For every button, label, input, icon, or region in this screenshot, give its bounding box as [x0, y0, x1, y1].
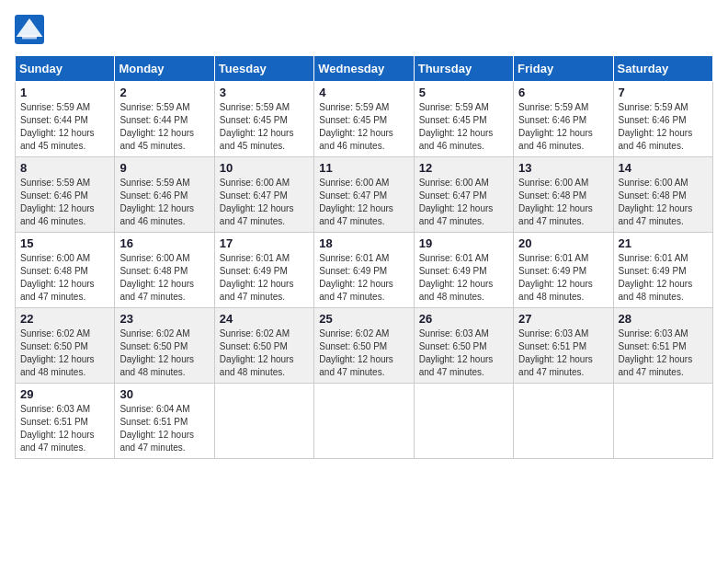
day-cell-18: 18 Sunrise: 6:01 AMSunset: 6:49 PMDaylig…: [314, 233, 414, 308]
day-number: 19: [419, 236, 508, 250]
day-cell-4: 4 Sunrise: 5:59 AMSunset: 6:45 PMDayligh…: [314, 82, 414, 157]
day-number: 4: [319, 86, 408, 99]
day-cell-7: 7 Sunrise: 5:59 AMSunset: 6:46 PMDayligh…: [613, 82, 712, 157]
day-info: Sunrise: 6:02 AMSunset: 6:50 PMDaylight:…: [220, 328, 294, 377]
day-info: Sunrise: 6:01 AMSunset: 6:49 PMDaylight:…: [319, 253, 393, 302]
day-cell-26: 26 Sunrise: 6:03 AMSunset: 6:50 PMDaylig…: [414, 308, 513, 384]
calendar-body: 1 Sunrise: 5:59 AMSunset: 6:44 PMDayligh…: [16, 82, 713, 459]
day-number: 2: [119, 86, 209, 99]
day-cell-1: 1 Sunrise: 5:59 AMSunset: 6:44 PMDayligh…: [16, 82, 115, 157]
day-info: Sunrise: 6:02 AMSunset: 6:50 PMDaylight:…: [319, 328, 393, 377]
col-tuesday: Tuesday: [214, 56, 313, 82]
day-info: Sunrise: 5:59 AMSunset: 6:45 PMDaylight:…: [220, 102, 294, 151]
header-row: Sunday Monday Tuesday Wednesday Thursday…: [16, 56, 713, 82]
day-info: Sunrise: 6:00 AMSunset: 6:47 PMDaylight:…: [220, 178, 294, 226]
day-info: Sunrise: 6:00 AMSunset: 6:48 PMDaylight:…: [119, 253, 194, 302]
day-number: 18: [319, 236, 408, 250]
day-info: Sunrise: 6:01 AMSunset: 6:49 PMDaylight:…: [220, 253, 294, 302]
day-cell-30: 30 Sunrise: 6:04 AMSunset: 6:51 PMDaylig…: [115, 384, 214, 459]
col-thursday: Thursday: [414, 56, 513, 82]
day-number: 1: [20, 86, 109, 99]
day-number: 14: [619, 161, 708, 175]
day-info: Sunrise: 5:59 AMSunset: 6:44 PMDaylight:…: [20, 102, 95, 151]
col-friday: Friday: [514, 56, 613, 82]
day-number: 15: [20, 236, 109, 250]
day-number: 20: [518, 236, 608, 250]
day-cell-19: 19 Sunrise: 6:01 AMSunset: 6:49 PMDaylig…: [414, 233, 513, 308]
day-info: Sunrise: 6:01 AMSunset: 6:49 PMDaylight:…: [619, 253, 693, 302]
day-number: 21: [619, 236, 708, 250]
day-info: Sunrise: 5:59 AMSunset: 6:46 PMDaylight:…: [619, 102, 693, 151]
day-cell-13: 13 Sunrise: 6:00 AMSunset: 6:48 PMDaylig…: [514, 157, 613, 233]
week-row-5: 29 Sunrise: 6:03 AMSunset: 6:51 PMDaylig…: [16, 384, 713, 459]
day-number: 27: [518, 312, 608, 326]
day-info: Sunrise: 6:02 AMSunset: 6:50 PMDaylight:…: [20, 328, 95, 377]
col-wednesday: Wednesday: [314, 56, 414, 82]
day-number: 26: [419, 312, 508, 326]
logo-icon: [15, 15, 44, 44]
day-info: Sunrise: 5:59 AMSunset: 6:46 PMDaylight:…: [119, 178, 194, 226]
day-number: 5: [419, 86, 508, 99]
day-cell-3: 3 Sunrise: 5:59 AMSunset: 6:45 PMDayligh…: [214, 82, 313, 157]
day-info: Sunrise: 6:00 AMSunset: 6:47 PMDaylight:…: [419, 178, 494, 226]
day-info: Sunrise: 6:00 AMSunset: 6:48 PMDaylight:…: [619, 178, 693, 226]
day-number: 22: [20, 312, 109, 326]
day-cell-15: 15 Sunrise: 6:00 AMSunset: 6:48 PMDaylig…: [16, 233, 115, 308]
day-number: 7: [619, 86, 708, 99]
week-row-2: 8 Sunrise: 5:59 AMSunset: 6:46 PMDayligh…: [16, 157, 713, 233]
day-number: 23: [119, 312, 209, 326]
logo: [15, 15, 48, 44]
week-row-4: 22 Sunrise: 6:02 AMSunset: 6:50 PMDaylig…: [16, 308, 713, 384]
day-number: 9: [119, 161, 209, 175]
day-cell-23: 23 Sunrise: 6:02 AMSunset: 6:50 PMDaylig…: [115, 308, 214, 384]
day-info: Sunrise: 5:59 AMSunset: 6:45 PMDaylight:…: [319, 102, 393, 151]
day-number: 13: [518, 161, 608, 175]
day-cell-2: 2 Sunrise: 5:59 AMSunset: 6:44 PMDayligh…: [115, 82, 214, 157]
day-info: Sunrise: 6:01 AMSunset: 6:49 PMDaylight:…: [419, 253, 494, 302]
col-sunday: Sunday: [16, 56, 115, 82]
empty-cell: [613, 384, 712, 459]
day-cell-20: 20 Sunrise: 6:01 AMSunset: 6:49 PMDaylig…: [514, 233, 613, 308]
day-info: Sunrise: 6:03 AMSunset: 6:51 PMDaylight:…: [20, 404, 95, 453]
day-info: Sunrise: 5:59 AMSunset: 6:46 PMDaylight:…: [20, 178, 95, 226]
day-cell-17: 17 Sunrise: 6:01 AMSunset: 6:49 PMDaylig…: [214, 233, 313, 308]
day-info: Sunrise: 5:59 AMSunset: 6:46 PMDaylight:…: [518, 102, 593, 151]
empty-cell: [314, 384, 414, 459]
day-number: 30: [119, 387, 209, 401]
day-info: Sunrise: 6:03 AMSunset: 6:50 PMDaylight:…: [419, 328, 494, 377]
day-info: Sunrise: 6:04 AMSunset: 6:51 PMDaylight:…: [119, 404, 194, 453]
day-number: 6: [518, 86, 608, 99]
day-number: 25: [319, 312, 408, 326]
day-cell-29: 29 Sunrise: 6:03 AMSunset: 6:51 PMDaylig…: [16, 384, 115, 459]
calendar: Sunday Monday Tuesday Wednesday Thursday…: [15, 55, 713, 459]
day-cell-22: 22 Sunrise: 6:02 AMSunset: 6:50 PMDaylig…: [16, 308, 115, 384]
day-number: 17: [220, 236, 309, 250]
day-cell-27: 27 Sunrise: 6:03 AMSunset: 6:51 PMDaylig…: [514, 308, 613, 384]
day-cell-5: 5 Sunrise: 5:59 AMSunset: 6:45 PMDayligh…: [414, 82, 513, 157]
day-info: Sunrise: 6:00 AMSunset: 6:47 PMDaylight:…: [319, 178, 393, 226]
day-number: 12: [419, 161, 508, 175]
day-cell-24: 24 Sunrise: 6:02 AMSunset: 6:50 PMDaylig…: [214, 308, 313, 384]
day-info: Sunrise: 6:01 AMSunset: 6:49 PMDaylight:…: [518, 253, 593, 302]
day-cell-12: 12 Sunrise: 6:00 AMSunset: 6:47 PMDaylig…: [414, 157, 513, 233]
day-info: Sunrise: 5:59 AMSunset: 6:44 PMDaylight:…: [119, 102, 194, 151]
day-cell-6: 6 Sunrise: 5:59 AMSunset: 6:46 PMDayligh…: [514, 82, 613, 157]
day-number: 3: [220, 86, 309, 99]
header: [15, 15, 713, 44]
day-cell-11: 11 Sunrise: 6:00 AMSunset: 6:47 PMDaylig…: [314, 157, 414, 233]
day-info: Sunrise: 5:59 AMSunset: 6:45 PMDaylight:…: [419, 102, 494, 151]
week-row-3: 15 Sunrise: 6:00 AMSunset: 6:48 PMDaylig…: [16, 233, 713, 308]
col-monday: Monday: [115, 56, 214, 82]
day-info: Sunrise: 6:02 AMSunset: 6:50 PMDaylight:…: [119, 328, 194, 377]
week-row-1: 1 Sunrise: 5:59 AMSunset: 6:44 PMDayligh…: [16, 82, 713, 157]
day-cell-14: 14 Sunrise: 6:00 AMSunset: 6:48 PMDaylig…: [613, 157, 712, 233]
day-info: Sunrise: 6:03 AMSunset: 6:51 PMDaylight:…: [518, 328, 593, 377]
day-cell-28: 28 Sunrise: 6:03 AMSunset: 6:51 PMDaylig…: [613, 308, 712, 384]
day-cell-21: 21 Sunrise: 6:01 AMSunset: 6:49 PMDaylig…: [613, 233, 712, 308]
day-info: Sunrise: 6:00 AMSunset: 6:48 PMDaylight:…: [518, 178, 593, 226]
day-number: 10: [220, 161, 309, 175]
day-number: 8: [20, 161, 109, 175]
day-number: 28: [619, 312, 708, 326]
day-number: 29: [20, 387, 109, 401]
day-number: 11: [319, 161, 408, 175]
